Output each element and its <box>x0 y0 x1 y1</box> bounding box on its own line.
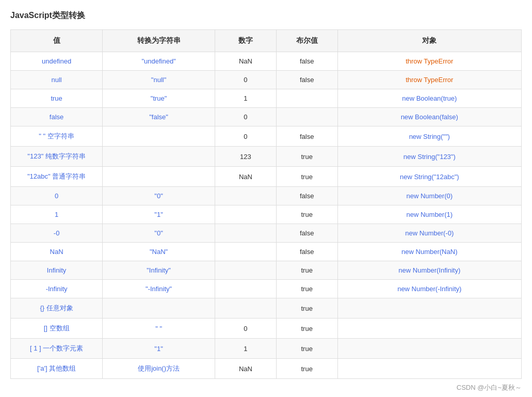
cell-num <box>215 187 276 205</box>
cell-val: NaN <box>11 243 103 261</box>
table-row: NaN"NaN"falsenew Number(NaN) <box>11 243 522 261</box>
cell-bool: true <box>276 167 337 187</box>
cell-num <box>215 224 276 243</box>
cell-num <box>215 243 276 261</box>
table-row: false"false"0new Boolean(false) <box>11 108 522 126</box>
cell-str: "1" <box>103 339 215 359</box>
cell-str <box>103 126 215 147</box>
cell-obj: new Number(NaN) <box>337 243 521 261</box>
table-row: 1"1"truenew Number(1) <box>11 205 522 224</box>
cell-str: "-Infinity" <box>103 280 215 298</box>
cell-bool: true <box>276 147 337 167</box>
cell-num <box>215 298 276 319</box>
cell-str: "0" <box>103 224 215 243</box>
cell-num: 0 <box>215 71 276 89</box>
cell-val: null <box>11 71 103 89</box>
cell-str: " " <box>103 319 215 339</box>
cell-val: -Infinity <box>11 280 103 298</box>
cell-str <box>103 167 215 187</box>
cell-str <box>103 147 215 167</box>
table-row: ['a'] 其他数组使用join()方法NaNtrue <box>11 359 522 379</box>
table-row: Infinity"Infinity"truenew Number(Infinit… <box>11 261 522 280</box>
cell-bool <box>276 108 337 126</box>
cell-bool: true <box>276 298 337 319</box>
cell-val: [] 空数组 <box>11 319 103 339</box>
header-num: 数字 <box>215 30 276 52</box>
cell-val: "123" 纯数字字符串 <box>11 147 103 167</box>
cell-bool: true <box>276 319 337 339</box>
table-row: {} 任意对象true <box>11 298 522 319</box>
header-val: 值 <box>11 30 103 52</box>
cell-obj: new Number(Infinity) <box>337 261 521 280</box>
cell-obj: new String("") <box>337 126 521 147</box>
cell-val: 1 <box>11 205 103 224</box>
cell-str: "Infinity" <box>103 261 215 280</box>
cell-val: false <box>11 108 103 126</box>
table-row: null"null"0falsethrow TypeError <box>11 71 522 89</box>
cell-num: 123 <box>215 147 276 167</box>
cell-str: "NaN" <box>103 243 215 261</box>
cell-bool <box>276 89 337 108</box>
cell-obj: new String("12abc") <box>337 167 521 187</box>
cell-obj: new Number(-Infinity) <box>337 280 521 298</box>
cell-val: " " 空字符串 <box>11 126 103 147</box>
cell-val: undefined <box>11 52 103 71</box>
cell-bool: true <box>276 339 337 359</box>
header-obj: 对象 <box>337 30 521 52</box>
cell-bool: false <box>276 243 337 261</box>
header-str: 转换为字符串 <box>103 30 215 52</box>
cell-str: 使用join()方法 <box>103 359 215 379</box>
cell-val: true <box>11 89 103 108</box>
cell-obj <box>337 339 521 359</box>
cell-num: NaN <box>215 167 276 187</box>
cell-val: Infinity <box>11 261 103 280</box>
cell-bool: true <box>276 261 337 280</box>
cell-obj: new Number(-0) <box>337 224 521 243</box>
table-row: [ 1 ] 一个数字元素"1"1true <box>11 339 522 359</box>
cell-bool: false <box>276 187 337 205</box>
table-row: "123" 纯数字字符串123truenew String("123") <box>11 147 522 167</box>
cell-obj: throw TypeError <box>337 71 521 89</box>
cell-str: "1" <box>103 205 215 224</box>
cell-num: NaN <box>215 359 276 379</box>
cell-bool: false <box>276 71 337 89</box>
cell-str: "null" <box>103 71 215 89</box>
cell-num: 0 <box>215 126 276 147</box>
cell-str: "undefined" <box>103 52 215 71</box>
cell-obj: new Number(1) <box>337 205 521 224</box>
cell-val: ['a'] 其他数组 <box>11 359 103 379</box>
cell-val: "12abc" 普通字符串 <box>11 167 103 187</box>
cell-val: -0 <box>11 224 103 243</box>
cell-num <box>215 261 276 280</box>
cell-str: "0" <box>103 187 215 205</box>
cell-bool: true <box>276 205 337 224</box>
table-row: -0"0"falsenew Number(-0) <box>11 224 522 243</box>
cell-str: "false" <box>103 108 215 126</box>
cell-obj: new Boolean(false) <box>337 108 521 126</box>
table-row: "12abc" 普通字符串NaNtruenew String("12abc") <box>11 167 522 187</box>
table-row: true"true"1new Boolean(true) <box>11 89 522 108</box>
cell-num: 0 <box>215 319 276 339</box>
cell-num: 1 <box>215 89 276 108</box>
cell-val: 0 <box>11 187 103 205</box>
table-row: [] 空数组" "0true <box>11 319 522 339</box>
cell-num <box>215 205 276 224</box>
cell-bool: false <box>276 224 337 243</box>
cell-num <box>215 280 276 298</box>
cell-val: {} 任意对象 <box>11 298 103 319</box>
cell-val: [ 1 ] 一个数字元素 <box>11 339 103 359</box>
cell-obj: new String("123") <box>337 147 521 167</box>
page-title: JavaScript类型转换 <box>10 10 522 21</box>
cell-bool: true <box>276 280 337 298</box>
cell-bool: false <box>276 126 337 147</box>
cell-num: 1 <box>215 339 276 359</box>
cell-obj <box>337 319 521 339</box>
cell-obj: throw TypeError <box>337 52 521 71</box>
cell-obj: new Boolean(true) <box>337 89 521 108</box>
cell-str <box>103 298 215 319</box>
cell-obj <box>337 298 521 319</box>
table-header-row: 值 转换为字符串 数字 布尔值 对象 <box>11 30 522 52</box>
header-bool: 布尔值 <box>276 30 337 52</box>
footer-note: CSDN @小白~夏秋～ <box>10 383 522 392</box>
table-row: 0"0"falsenew Number(0) <box>11 187 522 205</box>
